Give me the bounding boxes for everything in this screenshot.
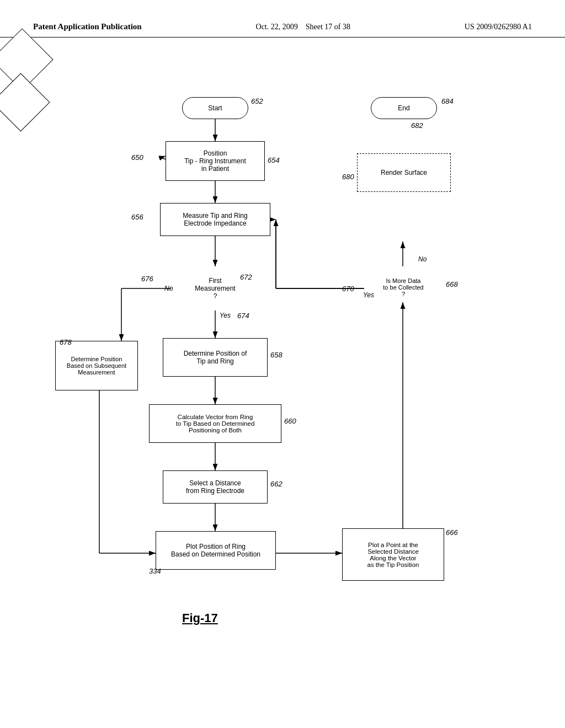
label-670: 670 <box>342 285 354 293</box>
label-684: 684 <box>441 97 454 105</box>
measure-tip-ring-node: Measure Tip and RingElectrode Impedance <box>160 203 270 236</box>
end-label: End <box>398 104 409 112</box>
label-678: 678 <box>60 338 72 346</box>
label-652: 652 <box>251 97 263 105</box>
label-654: 654 <box>268 156 280 164</box>
flowchart: Start 652 End 684 682 Render Surface 680… <box>0 38 565 699</box>
label-650: 650 <box>131 153 143 162</box>
select-distance-label: Select a Distancefrom Ring Electrode <box>186 479 244 495</box>
label-334: 334 <box>149 567 161 575</box>
start-label: Start <box>208 104 222 112</box>
header-right: US 2009/0262980 A1 <box>465 23 532 31</box>
label-662: 662 <box>270 480 282 488</box>
position-tip-ring-node: Position Tip - Ring Instrument in Patien… <box>166 141 265 181</box>
header: Patent Application Publication Oct. 22, … <box>0 0 565 38</box>
label-658: 658 <box>270 351 282 359</box>
plot-position-ring-label: Plot Position of RingBased on Determined… <box>171 543 260 558</box>
calculate-vector-node: Calculate Vector from Ringto Tip Based o… <box>149 404 281 443</box>
label-672: 672 <box>240 273 252 281</box>
calculate-vector-label: Calculate Vector from Ringto Tip Based o… <box>176 414 255 433</box>
position-tip-ring-label: Position Tip - Ring Instrument in Patien… <box>184 149 246 173</box>
label-668: 668 <box>446 280 458 288</box>
determine-pos-tip-ring-node: Determine Position ofTip and Ring <box>163 338 268 377</box>
no-label-more-data: No <box>418 255 427 263</box>
plot-point-tip-label: Plot a Point at theSelected DistanceAlon… <box>367 542 419 568</box>
render-surface-node: Render Surface <box>357 153 451 192</box>
render-surface-label: Render Surface <box>381 169 427 176</box>
plot-point-tip-node: Plot a Point at theSelected DistanceAlon… <box>342 528 444 581</box>
figure-label: Fig-17 <box>182 611 218 625</box>
header-date: Oct. 22, 2009 Sheet 17 of 38 <box>256 23 350 31</box>
determine-pos-tip-ring-label: Determine Position ofTip and Ring <box>184 350 247 365</box>
label-680: 680 <box>342 173 354 181</box>
header-left: Patent Application Publication <box>33 22 142 31</box>
determine-pos-subsequent-node: Determine PositionBased on SubsequentMea… <box>55 341 138 390</box>
determine-pos-subsequent-label: Determine PositionBased on SubsequentMea… <box>67 356 126 376</box>
label-656: 656 <box>131 213 143 221</box>
plot-position-ring-node: Plot Position of RingBased on Determined… <box>156 531 276 570</box>
measure-tip-ring-label: Measure Tip and RingElectrode Impedance <box>183 212 247 227</box>
yes-label-first-meas: Yes <box>220 312 231 319</box>
end-node: End <box>371 97 437 119</box>
start-node: Start <box>182 97 248 119</box>
label-660: 660 <box>284 417 296 425</box>
yes-label-more-data: Yes <box>363 291 374 299</box>
label-676: 676 <box>141 275 153 283</box>
page: Patent Application Publication Oct. 22, … <box>0 0 565 728</box>
no-label-first-meas: No <box>164 285 173 292</box>
label-666: 666 <box>446 528 458 537</box>
label-674: 674 <box>237 312 249 320</box>
select-distance-node: Select a Distancefrom Ring Electrode <box>163 470 268 504</box>
label-682: 682 <box>411 121 423 130</box>
is-more-data-text: Is More Datato be Collected? <box>363 266 444 308</box>
is-more-data-diamond <box>0 73 50 131</box>
